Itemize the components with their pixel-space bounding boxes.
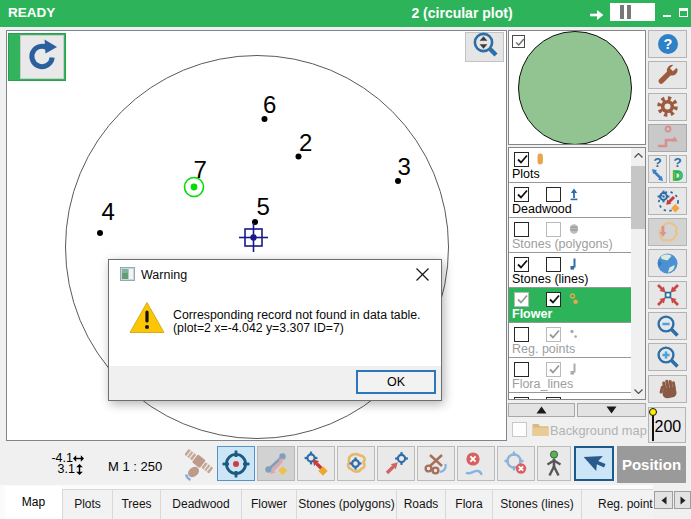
tab-scroll-right-button[interactable]: [674, 491, 691, 509]
import-polygon-button[interactable]: [648, 218, 687, 246]
map-point-label: 6: [263, 91, 276, 118]
tab-flower[interactable]: Flower: [241, 489, 296, 519]
tab-roads[interactable]: Roads: [396, 489, 445, 519]
magnifier-updown-icon: [471, 31, 499, 63]
zoom-in-icon: [655, 344, 681, 370]
delete-line-button[interactable]: [457, 446, 495, 481]
layer-label: Deadwood: [512, 202, 572, 216]
zoom-selector-button[interactable]: [465, 32, 504, 62]
tab-map[interactable]: Map: [5, 486, 62, 519]
zoom-in-button[interactable]: [648, 343, 687, 371]
snap-settings-button[interactable]: [648, 187, 687, 215]
hand-icon: [655, 376, 681, 402]
dialog-body: Corresponding record not found in data t…: [109, 289, 441, 368]
ok-button[interactable]: OK: [356, 370, 436, 394]
delete-point-button[interactable]: [497, 446, 535, 481]
layer-visibility-checkbox[interactable]: [514, 187, 529, 202]
map-point-7-selected[interactable]: [191, 184, 198, 191]
layer-visibility-checkbox[interactable]: [514, 327, 529, 342]
tab-scroll-left-button[interactable]: [654, 491, 673, 509]
zoom-fit-button[interactable]: [648, 281, 687, 309]
zoom-scale-slider[interactable]: 200: [648, 407, 686, 443]
window-app-icon: [120, 267, 135, 285]
tools-button[interactable]: [648, 61, 687, 89]
layer-labels-checkbox[interactable]: [546, 187, 561, 202]
layer-visibility-checkbox[interactable]: [514, 397, 529, 400]
plot-overview-panel[interactable]: [508, 30, 646, 145]
gps-satellite-button[interactable]: [182, 446, 216, 481]
zoom-out-button[interactable]: [648, 312, 687, 340]
scrollbar-thumb[interactable]: [631, 166, 645, 229]
layer-row-stones-polygons[interactable]: Stones (polygons): [509, 218, 631, 253]
background-map-label: Background map: [550, 423, 647, 438]
layer-row-flora-lines[interactable]: Flora_lines: [509, 358, 631, 393]
dialog-footer: OK: [109, 366, 441, 400]
rotate-view-button[interactable]: [8, 33, 66, 81]
tab-deadwood[interactable]: Deadwood: [160, 489, 241, 519]
layer-visibility-checkbox[interactable]: [514, 152, 529, 167]
layer-labels-checkbox[interactable]: [546, 257, 561, 272]
restore-button[interactable]: [679, 8, 688, 17]
background-map-row[interactable]: Background map: [508, 419, 646, 441]
scissors-icon: [421, 449, 451, 479]
pan-hand-button[interactable]: [648, 375, 687, 403]
overview-checkbox[interactable]: [512, 35, 525, 48]
layer-visibility-checkbox[interactable]: [514, 257, 529, 272]
level-up-button[interactable]: [648, 124, 687, 152]
tab-stones-lines[interactable]: Stones (lines): [492, 489, 581, 519]
position-button[interactable]: Position: [617, 446, 686, 483]
map-point-4[interactable]: [97, 230, 103, 236]
tab-flora[interactable]: Flora: [445, 489, 492, 519]
tab-trees[interactable]: Trees: [112, 489, 160, 519]
person-button[interactable]: [537, 446, 571, 481]
target-position-button[interactable]: [217, 446, 255, 481]
scrollbar-up-icon[interactable]: [631, 148, 645, 163]
tab-stones-polygons[interactable]: Stones (polygons): [296, 489, 396, 519]
move-point-button[interactable]: [297, 446, 335, 481]
layer-labels-checkbox[interactable]: [546, 327, 561, 342]
layer-row-plots[interactable]: Plots: [509, 148, 631, 183]
layer-move-up-button[interactable]: [508, 403, 575, 417]
close-x-icon[interactable]: [407, 261, 437, 287]
triangle-left-icon: [661, 496, 667, 505]
polygon-point-button[interactable]: [337, 446, 375, 481]
layer-row-deadwood[interactable]: Deadwood: [509, 183, 631, 218]
layer-row-stones-lines[interactable]: Stones (lines): [509, 253, 631, 288]
shift-point-button[interactable]: [377, 446, 415, 481]
layer-visibility-checkbox[interactable]: [514, 292, 529, 307]
snap-target-icon: [654, 187, 682, 215]
query-arrow-button[interactable]: ?: [648, 155, 667, 183]
layers-scrollbar[interactable]: [631, 148, 645, 399]
slider-handle-icon[interactable]: [649, 408, 657, 416]
tab-plots[interactable]: Plots: [62, 489, 112, 519]
minimize-button[interactable]: [663, 15, 671, 17]
layer-labels-checkbox[interactable]: [546, 222, 561, 237]
layer-move-down-button[interactable]: [577, 403, 646, 417]
svg-text:?: ?: [653, 156, 661, 170]
zoom-out-icon: [655, 313, 681, 339]
background-map-checkbox[interactable]: [512, 422, 527, 437]
svg-text:D: D: [673, 168, 683, 182]
help-button[interactable]: ?: [648, 30, 687, 58]
layer-row-partial[interactable]: [509, 393, 631, 400]
dialog-title-bar[interactable]: Warning: [109, 260, 441, 289]
import-blob-icon: [654, 218, 682, 246]
query-data-button[interactable]: ? D: [669, 155, 688, 183]
scrollbar-down-icon[interactable]: [631, 384, 645, 399]
layer-labels-checkbox[interactable]: [546, 397, 561, 400]
layer-visibility-checkbox[interactable]: [514, 222, 529, 237]
layer-row-flower[interactable]: Flower: [509, 288, 631, 323]
globe-button[interactable]: [648, 249, 687, 277]
select-cursor-button[interactable]: [574, 446, 614, 481]
pause-button[interactable]: [610, 3, 655, 21]
route-button[interactable]: [257, 446, 295, 481]
settings-button[interactable]: [648, 93, 687, 121]
layer-labels-checkbox[interactable]: [546, 362, 561, 377]
layer-visibility-checkbox[interactable]: [514, 362, 529, 377]
layer-labels-checkbox[interactable]: [546, 292, 561, 307]
warning-dialog: Warning Corresponding record not found i…: [108, 259, 442, 401]
forward-arrow-icon[interactable]: [590, 7, 604, 19]
dialog-title: Warning: [141, 268, 187, 282]
layer-row-reg-points[interactable]: Reg. points: [509, 323, 631, 358]
cut-line-button[interactable]: [417, 446, 455, 481]
